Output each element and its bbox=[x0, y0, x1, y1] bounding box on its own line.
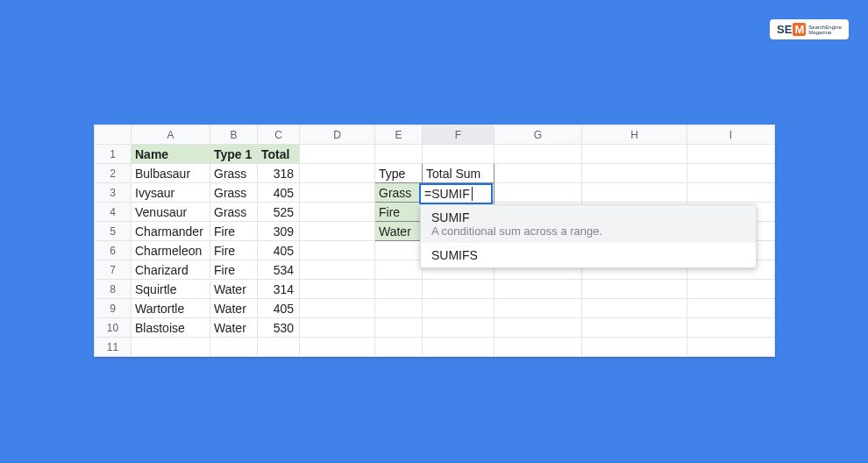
cell-A2[interactable]: Bulbasaur bbox=[132, 164, 210, 183]
suggest-item-sumifs[interactable]: SUMIFS bbox=[421, 243, 756, 267]
cell-B4[interactable]: Grass bbox=[210, 203, 258, 222]
row-header-10[interactable]: 10 bbox=[95, 318, 132, 338]
col-header-C[interactable]: C bbox=[258, 125, 300, 145]
cell-I10[interactable] bbox=[687, 318, 775, 338]
cell-I11[interactable] bbox=[687, 338, 775, 357]
col-header-H[interactable]: H bbox=[582, 125, 687, 145]
row-header-4[interactable]: 4 bbox=[95, 203, 132, 222]
col-header-B[interactable]: B bbox=[210, 125, 258, 145]
cell-B9[interactable]: Water bbox=[210, 299, 258, 318]
formula-input[interactable]: =SUMIF bbox=[424, 187, 470, 201]
cell-E8[interactable] bbox=[375, 280, 423, 299]
cell-E11[interactable] bbox=[375, 338, 423, 357]
cell-I8[interactable] bbox=[687, 280, 775, 299]
row-header-5[interactable]: 5 bbox=[95, 222, 132, 241]
row-header-8[interactable]: 8 bbox=[95, 280, 132, 299]
cell-D9[interactable] bbox=[300, 299, 375, 318]
cell-B3[interactable]: Grass bbox=[210, 183, 258, 203]
cell-D11[interactable] bbox=[300, 338, 375, 357]
cell-C5[interactable]: 309 bbox=[258, 222, 300, 241]
cell-D8[interactable] bbox=[300, 280, 375, 299]
col-header-E[interactable]: E bbox=[375, 125, 423, 145]
cell-D10[interactable] bbox=[300, 318, 375, 338]
active-cell-F3[interactable]: =SUMIF bbox=[419, 183, 493, 204]
row-header-7[interactable]: 7 bbox=[95, 260, 132, 280]
cell-C2[interactable]: 318 bbox=[258, 164, 300, 183]
cell-F1[interactable] bbox=[423, 145, 494, 164]
cell-H2[interactable] bbox=[582, 164, 687, 183]
cell-D4[interactable] bbox=[300, 203, 375, 222]
cell-F2[interactable]: Total Sum bbox=[423, 164, 494, 183]
cell-H10[interactable] bbox=[582, 318, 687, 338]
cell-D3[interactable] bbox=[300, 183, 375, 203]
cell-C7[interactable]: 534 bbox=[258, 260, 300, 280]
cell-B10[interactable]: Water bbox=[210, 318, 258, 338]
cell-E5[interactable]: Water bbox=[375, 222, 423, 241]
cell-D5[interactable] bbox=[300, 222, 375, 241]
cell-B6[interactable]: Fire bbox=[210, 241, 258, 260]
cell-C10[interactable]: 530 bbox=[258, 318, 300, 338]
row-header-1[interactable]: 1 bbox=[95, 145, 132, 164]
cell-A10[interactable]: Blastoise bbox=[132, 318, 210, 338]
cell-A1[interactable]: Name bbox=[132, 145, 210, 164]
cell-E9[interactable] bbox=[375, 299, 423, 318]
cell-E10[interactable] bbox=[375, 318, 423, 338]
cell-G3[interactable] bbox=[494, 183, 582, 203]
spreadsheet[interactable]: A B C D E F G H I 1 Name Type 1 Total 2 … bbox=[94, 125, 775, 357]
col-header-D[interactable]: D bbox=[300, 125, 375, 145]
cell-A5[interactable]: Charmander bbox=[132, 222, 210, 241]
cell-C8[interactable]: 314 bbox=[258, 280, 300, 299]
row-header-9[interactable]: 9 bbox=[95, 299, 132, 318]
cell-A9[interactable]: Wartortle bbox=[132, 299, 210, 318]
cell-B2[interactable]: Grass bbox=[210, 164, 258, 183]
cell-E7[interactable] bbox=[375, 260, 423, 280]
cell-F11[interactable] bbox=[423, 338, 494, 357]
cell-A11[interactable] bbox=[132, 338, 210, 357]
cell-A6[interactable]: Charmeleon bbox=[132, 241, 210, 260]
col-header-G[interactable]: G bbox=[494, 125, 582, 145]
cell-G11[interactable] bbox=[494, 338, 582, 357]
cell-A4[interactable]: Venusaur bbox=[132, 203, 210, 222]
cell-A3[interactable]: Ivysaur bbox=[132, 183, 210, 203]
cell-H9[interactable] bbox=[582, 299, 687, 318]
col-header-I[interactable]: I bbox=[687, 125, 775, 145]
cell-C4[interactable]: 525 bbox=[258, 203, 300, 222]
row-header-6[interactable]: 6 bbox=[95, 241, 132, 260]
cell-D7[interactable] bbox=[300, 260, 375, 280]
cell-E6[interactable] bbox=[375, 241, 423, 260]
row-header-3[interactable]: 3 bbox=[95, 183, 132, 203]
cell-H8[interactable] bbox=[582, 280, 687, 299]
cell-D6[interactable] bbox=[300, 241, 375, 260]
cell-C1[interactable]: Total bbox=[258, 145, 300, 164]
cell-D2[interactable] bbox=[300, 164, 375, 183]
suggest-item-sumif[interactable]: SUMIF A conditional sum across a range. bbox=[421, 205, 756, 243]
row-header-11[interactable]: 11 bbox=[95, 338, 132, 357]
select-all-corner[interactable] bbox=[95, 125, 132, 145]
cell-I9[interactable] bbox=[687, 299, 775, 318]
cell-G2[interactable] bbox=[494, 164, 582, 183]
cell-D1[interactable] bbox=[300, 145, 375, 164]
cell-G10[interactable] bbox=[494, 318, 582, 338]
cell-E2[interactable]: Type bbox=[375, 164, 423, 183]
cell-I3[interactable] bbox=[687, 183, 775, 203]
cell-B8[interactable]: Water bbox=[210, 280, 258, 299]
cell-E1[interactable] bbox=[375, 145, 423, 164]
cell-A7[interactable]: Charizard bbox=[132, 260, 210, 280]
cell-F8[interactable] bbox=[423, 280, 494, 299]
cell-I1[interactable] bbox=[687, 145, 775, 164]
col-header-F[interactable]: F bbox=[423, 125, 494, 145]
cell-B7[interactable]: Fire bbox=[210, 260, 258, 280]
col-header-A[interactable]: A bbox=[132, 125, 210, 145]
cell-C9[interactable]: 405 bbox=[258, 299, 300, 318]
cell-E3[interactable]: Grass bbox=[375, 183, 423, 203]
row-header-2[interactable]: 2 bbox=[95, 164, 132, 183]
cell-G8[interactable] bbox=[494, 280, 582, 299]
cell-F10[interactable] bbox=[423, 318, 494, 338]
cell-B1[interactable]: Type 1 bbox=[210, 145, 258, 164]
cell-I2[interactable] bbox=[687, 164, 775, 183]
cell-A8[interactable]: Squirtle bbox=[132, 280, 210, 299]
cell-G1[interactable] bbox=[494, 145, 582, 164]
cell-E4[interactable]: Fire bbox=[375, 203, 423, 222]
cell-H1[interactable] bbox=[582, 145, 687, 164]
cell-C6[interactable]: 405 bbox=[258, 241, 300, 260]
